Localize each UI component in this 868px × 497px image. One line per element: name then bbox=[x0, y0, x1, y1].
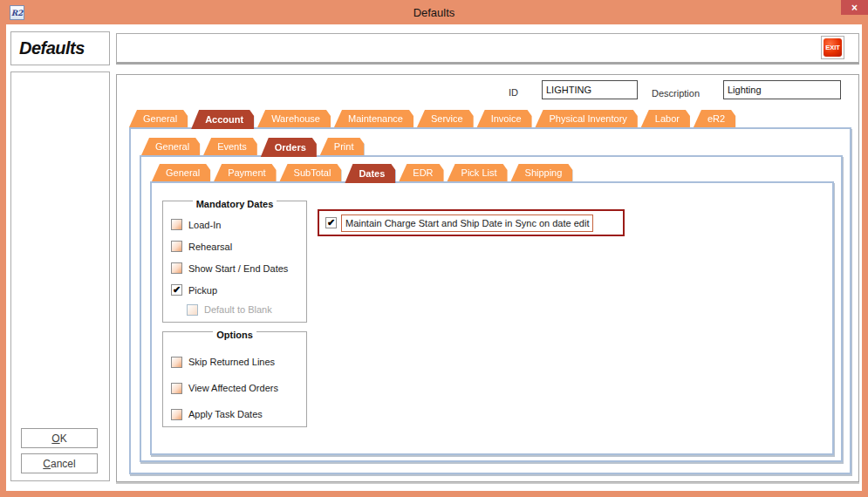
apply-task-dates-checkbox[interactable] bbox=[171, 409, 182, 420]
rehearsal-row[interactable]: Rehearsal bbox=[163, 235, 306, 257]
tab-subtotal[interactable]: SubTotal bbox=[280, 164, 342, 181]
tab-dates[interactable]: Dates bbox=[345, 164, 395, 183]
id-label: ID bbox=[509, 87, 518, 98]
orders-tab-panel: General Payment SubTotal Dates EDR Pick … bbox=[140, 155, 843, 462]
default-to-blank-label: Default to Blank bbox=[204, 304, 272, 315]
tab-payment[interactable]: Payment bbox=[214, 164, 276, 181]
options-title: Options bbox=[163, 326, 306, 342]
cancel-label: C bbox=[43, 458, 51, 470]
skip-returned-lines-checkbox[interactable] bbox=[171, 357, 182, 368]
tab-events[interactable]: Events bbox=[203, 138, 257, 155]
tab-service[interactable]: Service bbox=[417, 110, 474, 127]
page-title: Defaults bbox=[10, 31, 110, 65]
exit-icon: EXIT bbox=[824, 38, 842, 57]
tab-strip-level3: General Payment SubTotal Dates EDR Pick … bbox=[152, 162, 572, 183]
tab-general-l2[interactable]: General bbox=[141, 138, 200, 155]
tab-warehouse[interactable]: Warehouse bbox=[257, 110, 331, 127]
tab-shipping[interactable]: Shipping bbox=[511, 164, 573, 181]
tab-invoice[interactable]: Invoice bbox=[477, 110, 532, 127]
view-affected-orders-label: View Affected Orders bbox=[188, 383, 278, 393]
ok-button[interactable]: OK bbox=[21, 428, 98, 448]
maintain-sync-label: Maintain Charge Start and Ship Date in S… bbox=[341, 214, 593, 232]
apply-task-dates-label: Apply Task Dates bbox=[188, 409, 263, 419]
close-icon[interactable]: × bbox=[841, 0, 868, 15]
id-input[interactable] bbox=[542, 80, 638, 99]
load-in-checkbox[interactable] bbox=[171, 219, 182, 230]
main-panel: ID Description General Account Warehouse… bbox=[116, 74, 859, 482]
tab-physical-inventory[interactable]: Physical Inventory bbox=[536, 110, 638, 127]
mandatory-dates-title: Mandatory Dates bbox=[163, 195, 306, 211]
load-in-row[interactable]: Load-In bbox=[163, 214, 306, 235]
rehearsal-label: Rehearsal bbox=[188, 242, 232, 252]
show-start-end-dates-checkbox[interactable] bbox=[171, 262, 182, 274]
toolbar: EXIT bbox=[116, 33, 859, 65]
tab-general-l1[interactable]: General bbox=[129, 110, 188, 127]
tab-edr[interactable]: EDR bbox=[399, 164, 443, 181]
title-bar: R2 Defaults × bbox=[0, 0, 868, 24]
view-affected-orders-row[interactable]: View Affected Orders bbox=[163, 375, 306, 401]
tab-account[interactable]: Account bbox=[191, 110, 254, 129]
window-title: Defaults bbox=[0, 0, 868, 24]
description-input[interactable] bbox=[723, 80, 841, 99]
mandatory-dates-group: Mandatory Dates Load-In Rehearsal Show S… bbox=[162, 201, 307, 323]
tab-strip-level2: General Events Orders Print bbox=[141, 136, 364, 157]
skip-returned-lines-label: Skip Returned Lines bbox=[188, 357, 275, 367]
tab-pick-list[interactable]: Pick List bbox=[448, 164, 508, 181]
options-group: Options Skip Returned Lines View Affecte… bbox=[162, 331, 307, 427]
show-start-end-dates-row[interactable]: Show Start / End Dates bbox=[163, 257, 306, 279]
maintain-sync-highlight: Maintain Charge Start and Ship Date in S… bbox=[318, 209, 625, 236]
sidebar-panel: OK Cancel bbox=[10, 71, 110, 481]
default-to-blank-row: Default to Blank bbox=[163, 301, 306, 318]
skip-returned-lines-row[interactable]: Skip Returned Lines bbox=[163, 349, 306, 375]
rehearsal-checkbox[interactable] bbox=[171, 241, 182, 252]
dates-tab-panel: Mandatory Dates Load-In Rehearsal Show S… bbox=[150, 181, 834, 455]
load-in-label: Load-In bbox=[188, 220, 221, 230]
account-tab-panel: General Events Orders Print General Paym… bbox=[129, 127, 851, 474]
client-area: Defaults OK Cancel EXIT ID Description G… bbox=[6, 24, 862, 491]
pickup-label: Pickup bbox=[188, 285, 217, 296]
tab-print[interactable]: Print bbox=[320, 138, 365, 155]
pickup-checkbox[interactable] bbox=[171, 284, 182, 296]
maintain-sync-checkbox[interactable] bbox=[325, 217, 337, 228]
tab-maintenance[interactable]: Maintenance bbox=[334, 110, 413, 127]
exit-button[interactable]: EXIT bbox=[821, 36, 844, 59]
default-to-blank-checkbox bbox=[187, 304, 198, 316]
tab-strip-level1: General Account Warehouse Maintenance Se… bbox=[129, 108, 735, 129]
tab-labor[interactable]: Labor bbox=[641, 110, 690, 127]
tab-orders[interactable]: Orders bbox=[261, 138, 317, 157]
view-affected-orders-checkbox[interactable] bbox=[171, 383, 182, 394]
show-start-end-dates-label: Show Start / End Dates bbox=[188, 263, 288, 274]
pickup-row[interactable]: Pickup bbox=[163, 279, 306, 301]
cancel-button[interactable]: Cancel bbox=[21, 453, 98, 473]
apply-task-dates-row[interactable]: Apply Task Dates bbox=[163, 401, 306, 427]
tab-general-l3[interactable]: General bbox=[152, 164, 210, 181]
tab-er2[interactable]: eR2 bbox=[694, 110, 735, 127]
description-label: Description bbox=[652, 88, 700, 99]
ok-label: O bbox=[51, 432, 59, 445]
